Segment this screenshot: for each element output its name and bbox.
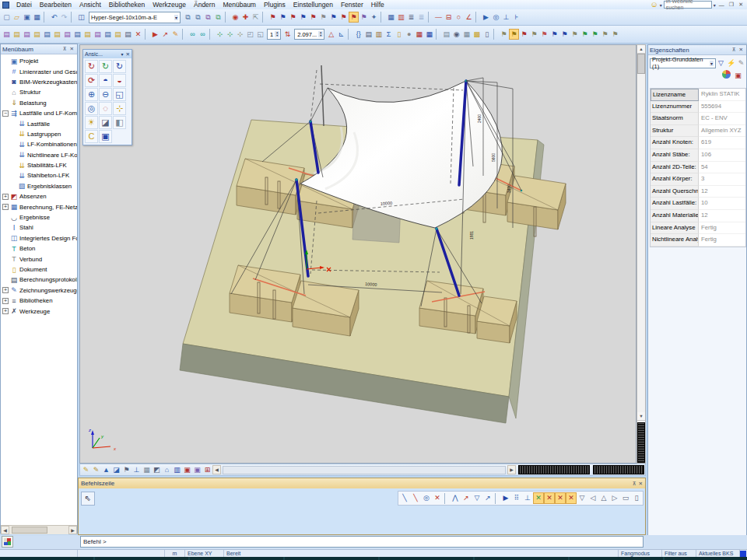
expand-icon[interactable]: + — [2, 287, 9, 293]
mesh-display-icon[interactable]: ▦ — [142, 464, 152, 475]
search-dropdown-icon[interactable]: ▾ — [714, 2, 716, 8]
paste-special-4-icon[interactable]: ⧉ — [213, 12, 223, 23]
cursor-mode-icon[interactable]: ▶ — [500, 492, 511, 504]
quick-filter-icon[interactable]: ⚡ — [726, 58, 736, 68]
light-icon[interactable]: ☀ — [85, 116, 98, 129]
menu-fenster[interactable]: Fenster — [337, 1, 367, 9]
tree-item-stahl[interactable]: ⅠStahl — [1, 222, 77, 233]
bookmark-8-icon[interactable]: ⚑ — [338, 12, 349, 23]
tree-item-bim-werkzeugkasten[interactable]: ◙BIM-Werkzeugkasten — [1, 77, 77, 87]
edit-partial-view-icon[interactable]: ✎ — [91, 464, 101, 475]
scale-spinner-buttons[interactable]: ▲▼ — [318, 31, 323, 37]
axonometry-icon[interactable]: ⌂ — [162, 464, 172, 475]
screenshot-icon[interactable]: ▣ — [733, 70, 743, 80]
snap-line-end-icon[interactable]: ╲ — [410, 492, 421, 504]
close-panel-icon[interactable]: ✕ — [639, 481, 643, 487]
expand-icon[interactable]: + — [2, 298, 9, 304]
diagram-icon[interactable]: ▥ — [396, 12, 406, 23]
zoom-out-icon[interactable]: ⊖ — [99, 88, 112, 101]
model-selector[interactable]: Hyper-Segel-10x10m-a-E ▾ — [89, 12, 181, 23]
pin-icon[interactable]: ⊼ — [731, 47, 738, 53]
horizontal-rotate-roller-2[interactable] — [593, 465, 644, 474]
legend-pie-icon[interactable] — [722, 70, 731, 79]
webhelp-search-input[interactable]: In Webhilfe suchen — [664, 1, 712, 9]
image-view-icon[interactable]: ▣ — [182, 464, 192, 475]
help-dropdown-icon[interactable]: ▾ — [660, 2, 662, 8]
tree-item-zeichnungswerkzeuge[interactable]: +✎Zeichnungswerkzeuge — [1, 285, 77, 296]
menu-werkzeuge[interactable]: Werkzeuge — [149, 1, 190, 9]
draw-circle-icon[interactable]: ○ — [454, 12, 464, 23]
tree-item-lf-kombinationen[interactable]: ⇊LF-Kombinationen — [1, 139, 77, 149]
calculator-icon[interactable]: ▦ — [461, 29, 472, 40]
pointer-mode-button[interactable]: ⇖ — [81, 492, 95, 506]
menu-plugins[interactable]: Plugins — [260, 1, 289, 9]
workplane-1-icon[interactable]: ◰ — [245, 29, 255, 40]
menu-ndern[interactable]: Ändern — [190, 1, 219, 9]
property-value[interactable]: 12 — [699, 210, 745, 222]
menu-men-baum[interactable]: Menübaum — [219, 1, 260, 9]
list-1-icon[interactable]: ≣ — [406, 12, 416, 23]
save-all-icon[interactable]: ▦ — [32, 12, 42, 23]
view-glasses-2-icon[interactable]: ∞ — [198, 29, 208, 40]
tree-item-stabilit-ts-lfk[interactable]: ⇊Stabilitäts-LFK — [1, 160, 77, 170]
flag-4-icon[interactable]: ⚑ — [529, 29, 539, 40]
bookmark-3-icon[interactable]: ⚑ — [288, 12, 298, 23]
loadcase-table-icon[interactable]: ▦ — [414, 29, 424, 40]
clip-plane-icon[interactable]: ◧ — [113, 116, 126, 129]
snap-circle-icon[interactable]: ◎ — [421, 492, 432, 504]
palette-close-icon[interactable]: ✕ — [126, 51, 130, 58]
scroll-right-icon[interactable]: ▶ — [68, 526, 77, 534]
rotate-icon[interactable]: ▤ — [22, 29, 32, 40]
workplane-2-icon[interactable]: ◱ — [255, 29, 265, 40]
tree-item-projekt[interactable]: ▣Projekt — [1, 56, 77, 66]
rotate-y-icon[interactable]: ↻ — [99, 60, 112, 73]
snap-off-icon[interactable]: ✕ — [432, 492, 443, 504]
tree-item-ergebnisklassen[interactable]: ▧Ergebnisklassen — [1, 181, 77, 191]
scroll-left-icon[interactable]: ◀ — [1, 526, 9, 534]
snap-vertex-icon[interactable]: ⋀ — [450, 492, 461, 504]
print-icon[interactable]: ▤ — [363, 29, 374, 40]
paste-special-2-icon[interactable]: ⧉ — [193, 12, 203, 23]
bookmark-6-icon[interactable]: ⚑ — [318, 12, 328, 23]
select-icon[interactable]: ▶ — [481, 12, 491, 23]
measure-grid-icon[interactable]: ▤ — [123, 29, 133, 40]
snap-midpoint-icon[interactable]: ▽ — [472, 492, 482, 504]
new-file-icon[interactable]: ▢ — [2, 12, 12, 23]
flag-7-icon[interactable]: ⚑ — [559, 29, 570, 40]
render-mode-icon[interactable]: ▲ — [101, 464, 111, 475]
merge-icon[interactable]: ▤ — [93, 29, 103, 40]
view-side-icon[interactable]: ◒ — [113, 74, 126, 87]
view-glasses-1-icon[interactable]: ∞ — [188, 29, 198, 40]
export-icon[interactable]: ⇱ — [251, 12, 261, 23]
edit-visibility-icon[interactable]: ✎ — [81, 464, 91, 475]
bookmark-5-icon[interactable]: ⚑ — [308, 12, 318, 23]
menu-bibliotheken[interactable]: Bibliotheken — [105, 1, 149, 9]
flag-12-icon[interactable]: ⚑ — [610, 29, 620, 40]
property-value[interactable]: 619 — [699, 137, 745, 149]
property-value[interactable]: Fertig — [699, 222, 745, 235]
restore-button[interactable]: ❐ — [728, 2, 735, 8]
snap-nearest-icon[interactable]: ↗ — [482, 492, 493, 504]
tree-item-ergebnisse[interactable]: ◡Ergebnisse — [1, 212, 77, 222]
zoom-previous-icon[interactable]: ◌ — [99, 102, 112, 115]
tree-item-berechnungsprotokoll[interactable]: ▤Berechnungsprotokoll — [1, 275, 77, 285]
render-wire-icon[interactable]: C — [85, 130, 98, 143]
modify-tool-icon[interactable]: ✚ — [240, 12, 251, 23]
list-2-icon[interactable]: ≣ — [416, 12, 426, 23]
combination-table-icon[interactable]: ▦ — [424, 29, 434, 40]
lock-free-icon[interactable]: ✕ — [566, 492, 577, 504]
help-smiley-icon[interactable]: ☺ — [651, 1, 658, 9]
offset-icon[interactable]: ▤ — [103, 29, 113, 40]
bookmark-9-icon[interactable]: ⚑ — [349, 12, 359, 23]
property-value[interactable]: 3 — [699, 173, 745, 186]
walk-mode-icon[interactable]: ↗ — [160, 29, 170, 40]
angle-lock-icon[interactable]: △ — [326, 29, 336, 40]
doc-yellow-icon[interactable]: ▩ — [472, 29, 482, 40]
flag-11-icon[interactable]: ⚑ — [600, 29, 610, 40]
move-icon[interactable]: ▤ — [32, 29, 42, 40]
viewport-hscrollbar[interactable] — [223, 466, 506, 474]
menu-datei[interactable]: Datei — [12, 1, 36, 9]
property-value[interactable]: EC - ENV — [699, 113, 745, 125]
property-value[interactable]: 12 — [699, 186, 745, 198]
copy-icon[interactable]: ▤ — [2, 29, 12, 40]
